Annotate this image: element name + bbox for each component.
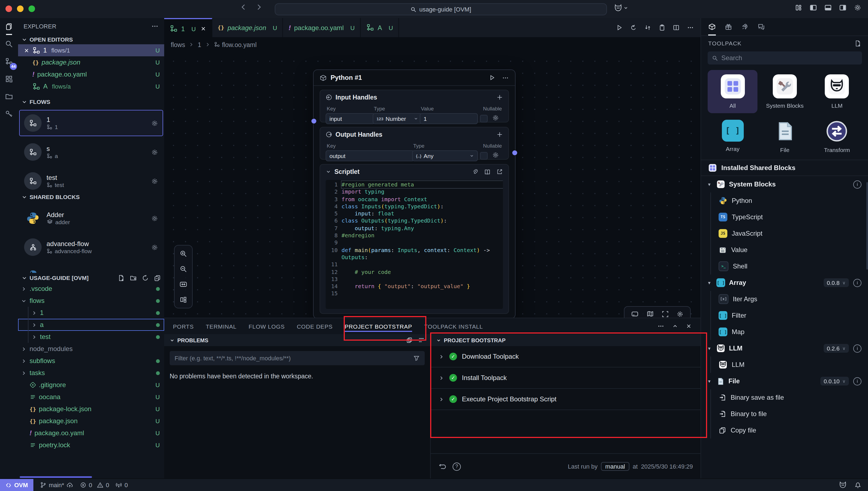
info-icon[interactable]: i: [853, 279, 862, 287]
version-select[interactable]: 0.2.6∨: [824, 344, 849, 353]
bootstrap-step[interactable]: ✓Execute Project Bootstrap Script: [431, 389, 701, 410]
tree-item-package-lock.json[interactable]: {}package-lock.jsonU: [18, 403, 164, 415]
output-edge-port[interactable]: [512, 150, 518, 156]
installed-block-shell[interactable]: >_Shell: [701, 258, 868, 275]
installed-group-file[interactable]: ▾File0.0.10∨i: [701, 373, 868, 389]
activity-item-flows[interactable]: 44: [5, 57, 13, 67]
collapse-all-icon[interactable]: [154, 274, 161, 281]
installed-block-python[interactable]: Python: [701, 193, 868, 209]
code-line[interactable]: 8#endregion: [326, 232, 503, 239]
input-edge-port[interactable]: [311, 118, 317, 124]
input-value-field[interactable]: 1: [420, 113, 478, 124]
right-scrollbar[interactable]: [866, 182, 868, 269]
tree-item-flows[interactable]: flows: [18, 295, 164, 307]
installed-block-binary-to-file[interactable]: Binary to file: [701, 406, 868, 422]
tree-item-package.oo.yaml[interactable]: !package.oo.yamlU: [18, 427, 164, 439]
back-arrow-icon[interactable]: [240, 3, 247, 11]
split-editor-icon[interactable]: [673, 24, 680, 31]
flow-card-test[interactable]: testtest: [19, 168, 163, 194]
run-node-icon[interactable]: [489, 74, 495, 81]
activity-item-explorer[interactable]: [5, 22, 13, 32]
installed-group-llm[interactable]: ▾LLM0.2.6∨i: [701, 340, 868, 356]
panel-right-icon[interactable]: [839, 4, 847, 11]
code-line[interactable]: 14 return { "output": "output_value" }: [326, 283, 503, 290]
category-transform[interactable]: Transform: [812, 115, 862, 157]
more-dots-icon[interactable]: [502, 74, 509, 81]
toolpack-search-input[interactable]: Search: [708, 51, 862, 64]
version-select[interactable]: 0.0.10∨: [820, 377, 849, 385]
installed-block-javascript[interactable]: JSJavaScript: [701, 225, 868, 242]
code-line[interactable]: 12 # your code: [326, 268, 503, 276]
category-llm[interactable]: LLM: [812, 70, 862, 113]
shared-block-card-Adder[interactable]: Adderadder: [19, 205, 163, 231]
book-icon[interactable]: [484, 168, 491, 175]
code-line[interactable]: 6class Outputs(typing.TypedDict):: [326, 217, 503, 225]
open-editors-header[interactable]: OPEN EDITORS: [18, 34, 164, 44]
undo-icon[interactable]: [438, 463, 446, 470]
layout-grid-icon[interactable]: [180, 296, 187, 304]
output-key-field[interactable]: output: [326, 150, 414, 161]
tree-item-package.json[interactable]: {}package.jsonU: [18, 415, 164, 427]
code-line[interactable]: 3from oocana import Context: [326, 196, 503, 203]
clipboard-icon[interactable]: [658, 24, 666, 31]
category-system-blocks[interactable]: System Blocks: [760, 70, 810, 113]
code-line[interactable]: 5 input: float: [326, 210, 503, 217]
tree-item-oocana[interactable]: oocanaU: [18, 391, 164, 403]
output-nullable-checkbox[interactable]: [480, 152, 488, 160]
installed-block-copy-file[interactable]: Copy file: [701, 422, 868, 438]
command-center-search[interactable]: usage-guide [OVM]: [275, 3, 607, 15]
python-node[interactable]: Python #1 Input Handles KeyTypeValueNull…: [313, 69, 516, 318]
category-array[interactable]: [ ]Array: [708, 115, 758, 157]
open-editor-item[interactable]: {}package.jsonU: [18, 56, 164, 68]
gear-icon[interactable]: [151, 272, 158, 273]
breadcrumb-segment[interactable]: 1: [197, 41, 201, 48]
settings-gear-icon[interactable]: [676, 310, 683, 317]
minimize-traffic-light[interactable]: [17, 5, 24, 12]
close-traffic-light[interactable]: [5, 5, 12, 12]
problems-indicator[interactable]: 0 0: [80, 482, 109, 488]
compare-icon[interactable]: [644, 24, 651, 31]
flow-card-s[interactable]: sa: [19, 139, 163, 165]
panel-tab-project-bootstrap[interactable]: PROJECT BOOTSTRAP: [345, 318, 412, 334]
tree-item-poetry.lock[interactable]: poetry.lockU: [18, 439, 164, 451]
open-editor-item[interactable]: 1flows/1U: [18, 44, 164, 56]
toolpack-tab-rocket-icon[interactable]: [741, 18, 749, 35]
input-key-field[interactable]: input: [326, 113, 375, 124]
code-line[interactable]: 15: [326, 290, 503, 297]
close-icon[interactable]: [200, 26, 206, 32]
flow-card-1[interactable]: 11: [19, 110, 163, 136]
code-line[interactable]: 1#region generated meta: [326, 181, 503, 189]
code-line[interactable]: 7 output: typing.Any: [326, 225, 503, 232]
output-type-select[interactable]: {..} Any: [412, 150, 478, 161]
installed-block-typescript[interactable]: TSTypeScript: [701, 209, 868, 225]
activity-item-folder[interactable]: [5, 92, 13, 102]
run-mode-badge[interactable]: manual: [601, 462, 629, 471]
scriptlet-code-editor[interactable]: 1#region generated meta2import typing3fr…: [326, 180, 503, 309]
panel-tab-code-deps[interactable]: CODE DEPS: [297, 318, 333, 334]
open-editor-item[interactable]: !package.oo.yamlU: [18, 68, 164, 80]
copy-pages-icon[interactable]: [406, 337, 413, 343]
tree-item-1[interactable]: 1: [18, 307, 164, 319]
open-external-icon[interactable]: [496, 168, 503, 175]
chevron-down-icon[interactable]: [326, 169, 331, 174]
breadcrumb-segment[interactable]: flows: [171, 41, 185, 48]
code-line[interactable]: 2import typing: [326, 189, 503, 196]
tree-item-.vscode[interactable]: .vscode: [18, 283, 164, 295]
panel-tab-terminal[interactable]: TERMINAL: [206, 318, 237, 334]
activity-item-search[interactable]: [5, 40, 13, 50]
help-icon[interactable]: ?: [453, 462, 461, 470]
installed-group-array[interactable]: ▾[ ]Array0.0.8∨i: [701, 275, 868, 291]
shared-block-card-python[interactable]: python: [19, 263, 163, 273]
breadcrumb[interactable]: flows1flow.oo.yaml: [164, 37, 701, 52]
bootstrap-step[interactable]: ✓Download Toolpack: [431, 346, 701, 368]
chevron-down-icon[interactable]: [170, 338, 174, 343]
gear-icon[interactable]: [151, 243, 158, 251]
open-editor-item[interactable]: Aflows/aU: [18, 80, 164, 92]
code-line[interactable]: 10def main(params: Inputs, context: Cont…: [326, 246, 503, 254]
zoom-in-icon[interactable]: [180, 250, 187, 258]
installed-block-llm[interactable]: LLM: [701, 356, 868, 373]
bootstrap-step[interactable]: ✓Install Toolpack: [431, 368, 701, 389]
tree-item-test[interactable]: test: [18, 331, 164, 343]
category-all[interactable]: All: [708, 70, 758, 113]
ports-indicator[interactable]: 0: [116, 482, 128, 488]
